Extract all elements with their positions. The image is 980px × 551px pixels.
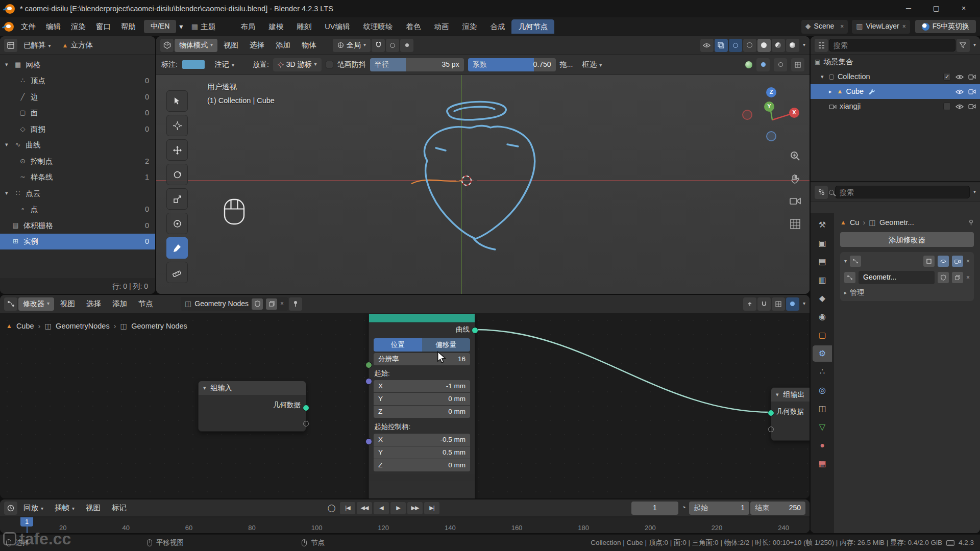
modifier-realtime-toggle[interactable] <box>938 256 949 267</box>
tl-markers-menu[interactable]: 标记 <box>107 502 132 514</box>
theme-menu[interactable]: ▦主题 <box>186 20 221 33</box>
socket-start-in[interactable] <box>365 378 372 385</box>
modifier-name-field[interactable]: Geometr... <box>859 271 935 284</box>
auto-key-record-icon[interactable]: ◯ <box>324 502 339 514</box>
node-tree-mode-dropdown[interactable]: 修改器▾ <box>18 297 54 311</box>
row-volume-grids[interactable]: ▤体积栅格0 <box>0 217 155 234</box>
node-node-menu[interactable]: 节点 <box>133 297 158 310</box>
camera-render-icon[interactable] <box>968 104 976 109</box>
workspace-tab-modeling[interactable]: 建模 <box>262 19 290 34</box>
playback-menu[interactable]: 回放▾ <box>18 502 48 514</box>
transform-orientation-dropdown[interactable]: 全局▾ <box>333 39 371 52</box>
node-bezier-segment[interactable]: 曲线 位置 偏移量 分辨率16 起始: X-1 mm Y0 mm Z0 mm 起… <box>369 313 475 498</box>
resolution-field[interactable]: 分辨率16 <box>374 353 470 365</box>
row-control-points[interactable]: ⊙控制点2 <box>0 153 155 169</box>
frame-start-field[interactable]: 起始1 <box>689 502 749 515</box>
row-points[interactable]: ∘点0 <box>0 202 155 218</box>
viewlayer-remove-icon[interactable]: × <box>902 23 906 31</box>
unlink-nodetree-icon[interactable]: × <box>280 300 284 308</box>
properties-options-caret[interactable]: ▾ <box>973 189 976 195</box>
overlay-extra-icon-3[interactable] <box>791 58 804 71</box>
handle-z-field[interactable]: Z0 mm <box>374 459 470 471</box>
playhead-frame-badge[interactable]: 1 <box>20 517 33 527</box>
cube-eye-icon[interactable] <box>955 89 964 94</box>
shading-rendered-icon[interactable] <box>786 39 799 52</box>
overlay-extra-icon-1[interactable] <box>756 58 770 71</box>
shading-solid-icon[interactable] <box>757 39 771 52</box>
workspace-tab-animation[interactable]: 动画 <box>427 19 455 34</box>
stabilize-stroke-checkbox[interactable] <box>326 61 333 68</box>
next-keyframe-button[interactable]: ▶▶ <box>407 502 423 514</box>
mode-position-button[interactable]: 位置 <box>374 338 422 352</box>
outliner-scene-collection[interactable]: ▣ 场景集合 <box>811 55 980 69</box>
camera-eye-icon[interactable] <box>955 104 964 109</box>
socket-geometry-in[interactable] <box>768 410 774 416</box>
gizmo-axis-z[interactable]: Z <box>766 87 776 97</box>
snap-target-icon[interactable] <box>400 39 413 52</box>
tl-view-menu[interactable]: 视图 <box>81 502 106 514</box>
node-tree-selector[interactable]: ◫ Geometry Nodes × <box>181 297 288 311</box>
minimize-button[interactable]: ─ <box>897 0 920 17</box>
tab-view-layer[interactable]: ▥ <box>813 272 832 288</box>
row-point-cloud[interactable]: ▾∷点云 <box>0 185 155 202</box>
mode-offset-button[interactable]: 偏移量 <box>422 338 471 352</box>
pin-icon[interactable] <box>289 297 302 311</box>
timeline-editor-type-icon[interactable] <box>4 502 17 515</box>
language-toggle-button[interactable]: 中/EN <box>144 20 176 33</box>
node-grid-icon[interactable] <box>772 297 785 311</box>
close-button[interactable]: × <box>952 0 975 17</box>
node-add-menu[interactable]: 添加 <box>107 297 132 310</box>
workspace-tab-shading[interactable]: 着色 <box>399 19 427 34</box>
scene-selector[interactable]: ◆ Scene × <box>801 20 848 34</box>
blender-menu-icon[interactable] <box>4 22 14 32</box>
prev-keyframe-button[interactable]: ◀◀ <box>357 502 372 514</box>
xray-toggle-icon[interactable] <box>715 39 728 52</box>
menu-file[interactable]: 文件 <box>16 20 41 33</box>
tool-measure[interactable] <box>166 262 188 283</box>
row-face-corners[interactable]: ◇面拐0 <box>0 121 155 137</box>
spreadsheet-mode-dropdown[interactable]: 已解算▾ <box>18 39 56 51</box>
socket-geometry-out[interactable] <box>303 405 309 411</box>
add-menu[interactable]: 添加 <box>271 39 296 51</box>
workspace-tab-uv-editing[interactable]: UV编辑 <box>318 19 356 34</box>
row-vertices[interactable]: ∴顶点0 <box>0 73 155 89</box>
current-frame-field[interactable]: 1 <box>631 502 678 515</box>
socket-curve-out[interactable] <box>472 327 478 334</box>
manage-section[interactable]: ▸ 管理 <box>844 288 970 297</box>
placement-dropdown[interactable]: 3D 游标▾ <box>273 58 322 71</box>
socket-virtual-out[interactable] <box>303 421 309 427</box>
drag-mode-dropdown[interactable]: 框选▾ <box>577 58 607 70</box>
parent-tree-icon[interactable] <box>743 297 756 311</box>
add-modifier-button[interactable]: 添加修改器 <box>840 232 974 247</box>
snap-magnet-icon[interactable] <box>372 39 385 52</box>
tool-transform[interactable] <box>166 213 188 234</box>
select-menu[interactable]: 选择 <box>244 39 270 51</box>
tab-object[interactable]: ▢ <box>813 327 832 343</box>
properties-pin-icon[interactable] <box>968 219 974 226</box>
mod-copy-icon[interactable] <box>952 272 963 283</box>
mod-unlink-icon[interactable]: × <box>966 274 970 282</box>
node-canv[interactable]: ▲ Cube › ◫ GeometryNodes › ◫ Geometry No… <box>0 313 810 498</box>
workspace-tab-compositing[interactable]: 合成 <box>483 19 511 34</box>
mod-fake-user-shield-icon[interactable] <box>938 272 949 283</box>
overlays-toggle-icon[interactable] <box>729 39 742 52</box>
workspace-tab-geometry-nodes[interactable]: 几何节点 <box>511 19 554 34</box>
factor-slider[interactable]: 系数0.750 <box>468 58 556 71</box>
outliner-filter-icon[interactable] <box>957 39 970 52</box>
shading-material-icon[interactable] <box>772 39 785 52</box>
node-editor-type-icon[interactable] <box>4 297 17 311</box>
shading-wireframe-icon[interactable] <box>743 39 756 52</box>
keying-menu[interactable]: 插帧▾ <box>50 502 80 514</box>
row-curves[interactable]: ▾∿曲线 <box>0 137 155 154</box>
tool-scale[interactable] <box>166 188 188 210</box>
gizmo-axis-x-neg[interactable] <box>742 110 752 120</box>
tab-material[interactable]: ● <box>813 437 832 454</box>
crumb-modifier[interactable]: Geometr... <box>879 218 914 227</box>
viewlayer-selector[interactable]: ▥ ViewLayer × <box>852 20 910 34</box>
maximize-button[interactable]: ▢ <box>925 0 947 17</box>
camera-checkbox[interactable] <box>943 103 951 110</box>
camera-view-icon[interactable] <box>787 193 803 209</box>
modifier-panel-header[interactable]: ▾ × <box>844 256 970 267</box>
row-edges[interactable]: ╱边0 <box>0 89 155 105</box>
outliner-editor-type-icon[interactable] <box>815 39 828 52</box>
